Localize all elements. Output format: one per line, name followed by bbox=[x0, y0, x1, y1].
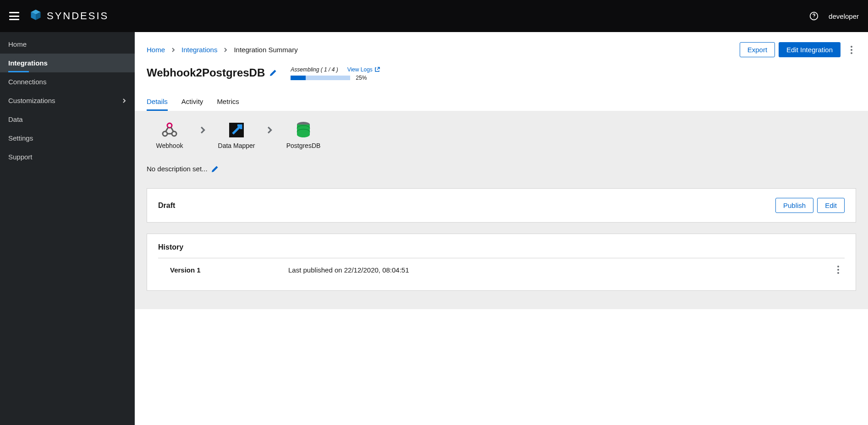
help-icon[interactable] bbox=[809, 11, 819, 21]
sidebar-item-label: Settings bbox=[8, 134, 33, 142]
sidebar-item-connections[interactable]: Connections bbox=[0, 72, 135, 91]
sidebar-item-label: Integrations bbox=[8, 59, 48, 67]
history-title: History bbox=[158, 243, 845, 251]
main-content: Home Integrations Integration Summary Ex… bbox=[135, 32, 868, 425]
history-version: Version 1 bbox=[160, 266, 288, 274]
integration-flow: Webhook Data Mapper bbox=[147, 121, 856, 149]
sidebar-item-label: Home bbox=[8, 40, 27, 48]
sidebar-item-label: Data bbox=[8, 115, 23, 123]
sidebar-item-home[interactable]: Home bbox=[0, 35, 135, 54]
brand-name: SYNDESIS bbox=[47, 10, 109, 22]
breadcrumb: Home Integrations Integration Summary bbox=[147, 46, 298, 54]
integration-title: Webhook2PostgresDB bbox=[147, 66, 265, 79]
page-actions-kebab[interactable] bbox=[847, 46, 856, 54]
build-status: Assembling ( 1 / 4 ) View Logs 25% bbox=[291, 66, 380, 81]
user-menu[interactable]: developer bbox=[829, 12, 859, 20]
flow-step-label: Webhook bbox=[156, 142, 183, 149]
menu-toggle[interactable] bbox=[9, 12, 19, 20]
view-logs-label: View Logs bbox=[347, 66, 373, 73]
flow-step-label: PostgresDB bbox=[286, 142, 321, 149]
flow-step-postgresdb[interactable]: PostgresDB bbox=[280, 121, 326, 149]
build-progress-bar bbox=[291, 76, 350, 80]
history-card: History Version 1 Last published on 22/1… bbox=[147, 234, 856, 291]
svg-point-7 bbox=[172, 131, 176, 136]
integration-description: No description set... bbox=[147, 165, 208, 173]
view-logs-link[interactable]: View Logs bbox=[347, 66, 380, 73]
svg-point-5 bbox=[167, 123, 172, 128]
history-date: Last published on 22/12/2020, 08:04:51 bbox=[288, 266, 827, 274]
history-item-kebab[interactable] bbox=[834, 266, 843, 274]
edit-name-icon[interactable] bbox=[269, 69, 277, 76]
build-progress-fill bbox=[291, 76, 306, 80]
build-progress-pct: 25% bbox=[356, 75, 367, 81]
chevron-right-icon bbox=[199, 121, 207, 139]
tabs: Details Activity Metrics bbox=[135, 94, 868, 111]
tab-metrics[interactable]: Metrics bbox=[217, 94, 239, 111]
chevron-right-icon bbox=[171, 48, 175, 52]
sidebar-item-support[interactable]: Support bbox=[0, 147, 135, 166]
sidebar-item-data[interactable]: Data bbox=[0, 110, 135, 129]
database-icon bbox=[295, 121, 312, 139]
sidebar-item-settings[interactable]: Settings bbox=[0, 129, 135, 147]
sidebar-item-label: Connections bbox=[8, 78, 46, 86]
webhook-icon bbox=[160, 121, 179, 139]
chevron-right-icon bbox=[224, 48, 227, 52]
data-mapper-icon bbox=[227, 121, 246, 139]
sidebar-item-label: Support bbox=[8, 153, 33, 161]
chevron-right-icon bbox=[266, 121, 274, 139]
brand[interactable]: SYNDESIS bbox=[29, 10, 109, 22]
history-item: Version 1 Last published on 22/12/2020, … bbox=[158, 258, 845, 281]
sidebar-item-customizations[interactable]: Customizations bbox=[0, 91, 135, 110]
details-panel: Webhook Data Mapper bbox=[135, 111, 868, 188]
breadcrumb-home[interactable]: Home bbox=[147, 46, 165, 54]
flow-step-label: Data Mapper bbox=[218, 142, 255, 149]
flow-step-data-mapper[interactable]: Data Mapper bbox=[214, 121, 259, 149]
flow-step-webhook[interactable]: Webhook bbox=[147, 121, 192, 149]
chevron-right-icon bbox=[122, 98, 126, 103]
svg-point-6 bbox=[163, 131, 167, 136]
status-text: Assembling ( 1 / 4 ) bbox=[291, 66, 338, 73]
edit-draft-button[interactable]: Edit bbox=[817, 198, 845, 213]
edit-description-icon[interactable] bbox=[211, 165, 219, 173]
tab-activity[interactable]: Activity bbox=[181, 94, 203, 111]
sidebar-item-label: Customizations bbox=[8, 97, 55, 104]
svg-point-4 bbox=[813, 18, 814, 18]
publish-button[interactable]: Publish bbox=[775, 198, 813, 213]
breadcrumb-current: Integration Summary bbox=[234, 46, 297, 54]
edit-integration-button[interactable]: Edit Integration bbox=[779, 42, 841, 57]
draft-card: Draft Publish Edit bbox=[147, 188, 856, 223]
draft-title: Draft bbox=[158, 202, 175, 210]
syndesis-logo-icon bbox=[29, 10, 42, 22]
export-button[interactable]: Export bbox=[740, 42, 775, 57]
external-link-icon bbox=[374, 67, 380, 72]
sidebar-item-integrations[interactable]: Integrations bbox=[0, 54, 135, 72]
tab-details[interactable]: Details bbox=[147, 94, 168, 111]
breadcrumb-integrations[interactable]: Integrations bbox=[181, 46, 217, 54]
sidebar: Home Integrations Connections Customizat… bbox=[0, 32, 135, 425]
